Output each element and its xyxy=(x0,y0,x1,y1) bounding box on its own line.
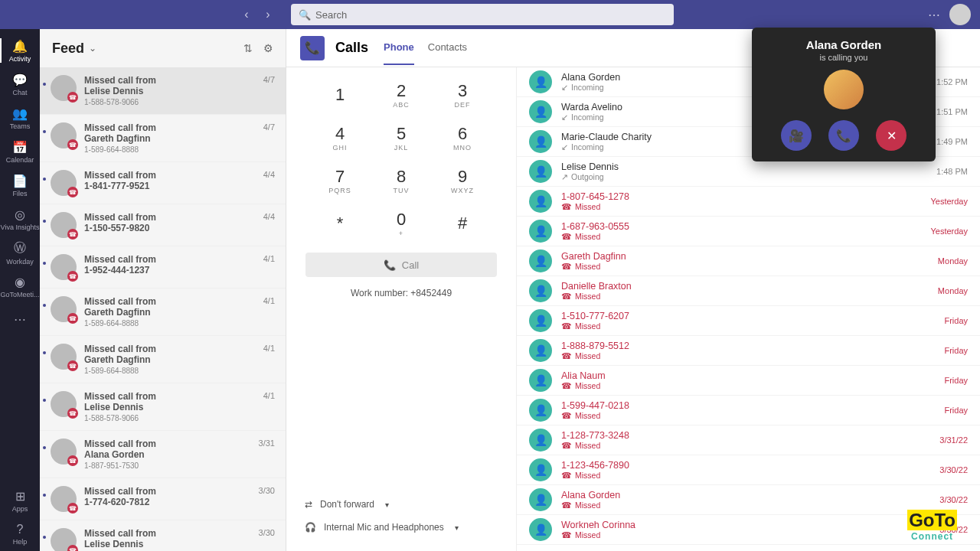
feed-sub: 1-589-664-8888 xyxy=(84,145,259,154)
call-time: Friday xyxy=(944,406,968,415)
call-status: ☎ Missed xyxy=(561,202,930,211)
dialpad-key-2[interactable]: 2ABC xyxy=(371,73,432,116)
feed-date: 4/4 xyxy=(263,212,275,238)
call-status: ☎ Missed xyxy=(561,232,930,241)
rail-activity[interactable]: 🔔Activity xyxy=(0,34,40,67)
accept-video-button[interactable]: 🎥 xyxy=(781,120,812,151)
call-direction-icon: ☎ xyxy=(561,411,572,420)
tab-contacts[interactable]: Contacts xyxy=(428,31,467,65)
history-item[interactable]: 👤 1-888-879-5512 ☎ Missed Friday xyxy=(517,336,980,366)
feed-avatar xyxy=(51,439,77,465)
rail-more[interactable]: ⋯ xyxy=(0,303,40,337)
dialpad-key-5[interactable]: 5JKL xyxy=(371,116,432,159)
nav-forward[interactable]: › xyxy=(260,7,276,22)
feed-sub: 1-588-578-9066 xyxy=(84,98,259,106)
device-setting[interactable]: 🎧 Internal Mic and Headphones ▾ xyxy=(305,516,498,539)
rail-viva[interactable]: ◎Viva Insights xyxy=(0,202,40,236)
rail-calendar[interactable]: 📅Calendar xyxy=(0,135,40,168)
feed-item[interactable]: Missed call from Lelise Dennis 1-588-578… xyxy=(40,520,286,551)
caller-name: Alana Gorden xyxy=(806,38,881,51)
contact-avatar: 👤 xyxy=(529,339,552,362)
goto-watermark: GoTo Connect xyxy=(907,510,957,542)
feed-avatar xyxy=(51,344,77,370)
rail-workday[interactable]: ⓌWorkday xyxy=(0,236,40,269)
chat-icon: 💬 xyxy=(12,73,28,87)
feed-item[interactable]: Missed call from Gareth Dagfinn 1-589-66… xyxy=(40,336,286,383)
user-avatar[interactable] xyxy=(949,4,971,25)
more-icon: ⋯ xyxy=(14,312,26,327)
feed-line2: Lelise Dennis xyxy=(84,402,259,412)
call-time: Friday xyxy=(944,346,968,355)
dialpad-key-1[interactable]: 1 xyxy=(309,73,371,116)
feed-item[interactable]: Missed call from Lelise Dennis 1-588-578… xyxy=(40,67,286,115)
history-item[interactable]: 👤 Danielle Braxton ☎ Missed Monday xyxy=(517,276,980,306)
unread-dot xyxy=(43,262,46,265)
nav-back[interactable]: ‹ xyxy=(239,7,254,22)
decline-button[interactable]: ✕ xyxy=(876,120,906,151)
feed-date: 3/30 xyxy=(259,528,275,551)
feed-line2: 1-841-777-9521 xyxy=(84,181,259,191)
feed-item[interactable]: Missed call from Gareth Dagfinn 1-589-66… xyxy=(40,289,286,336)
tab-phone[interactable]: Phone xyxy=(384,31,414,65)
feed-date: 4/7 xyxy=(263,75,275,106)
contact-avatar: 👤 xyxy=(529,488,552,511)
feed-panel: Feed ⌄ ⇅ ⚙ Missed call from Lelise Denni… xyxy=(40,29,286,551)
rail-apps[interactable]: ⊞Apps xyxy=(0,484,40,517)
call-direction-icon: ☎ xyxy=(561,441,572,450)
dialpad-key-#[interactable]: # xyxy=(432,202,493,245)
call-direction-icon: ↙ xyxy=(561,112,568,122)
call-button[interactable]: 📞 Call xyxy=(305,253,497,277)
call-time: 3/30/22 xyxy=(939,495,968,504)
filter-icon[interactable]: ⇅ xyxy=(243,42,253,54)
dialpad-key-9[interactable]: 9WXYZ xyxy=(432,159,493,202)
contact-name: Danielle Braxton xyxy=(561,281,938,292)
chevron-down-icon[interactable]: ⌄ xyxy=(89,43,96,54)
history-item[interactable]: 👤 1-128-773-3248 ☎ Missed 3/31/22 xyxy=(517,425,980,455)
dialpad-key-0[interactable]: 0+ xyxy=(371,202,432,245)
rail-help[interactable]: ?Help xyxy=(0,517,40,551)
history-item[interactable]: 👤 1-599-447-0218 ☎ Missed Friday xyxy=(517,396,980,425)
dialpad-key-*[interactable]: * xyxy=(309,202,371,245)
history-item[interactable]: 👤 Alia Naum ☎ Missed Friday xyxy=(517,366,980,396)
workday-icon: Ⓦ xyxy=(14,240,26,256)
contact-avatar: 👤 xyxy=(529,399,552,422)
feed-item[interactable]: Missed call from 1-774-620-7812 3/30 xyxy=(40,478,286,520)
feed-item[interactable]: Missed call from 1-841-777-9521 4/4 xyxy=(40,162,286,204)
history-item[interactable]: 👤 Gareth Dagfinn ☎ Missed Monday xyxy=(517,246,980,276)
forward-setting[interactable]: ⇄ Don't forward ▾ xyxy=(305,493,498,516)
app-rail: 🔔Activity 💬Chat 👥Teams 📅Calendar 📄Files … xyxy=(0,29,40,551)
contact-avatar: 👤 xyxy=(529,458,552,481)
settings-icon[interactable]: ⚙ xyxy=(263,42,273,54)
dialpad-key-4[interactable]: 4GHI xyxy=(309,116,371,159)
history-item[interactable]: 👤 1-123-456-7890 ☎ Missed 3/30/22 xyxy=(517,455,980,485)
unread-dot xyxy=(43,351,46,354)
feed-item[interactable]: Missed call from 1-150-557-9820 4/4 xyxy=(40,204,286,246)
dialpad-key-3[interactable]: 3DEF xyxy=(432,73,493,116)
dialpad-key-6[interactable]: 6MNO xyxy=(432,116,493,159)
feed-item[interactable]: Missed call from Alana Gorden 1-887-951-… xyxy=(40,431,286,478)
call-time: Yesterday xyxy=(930,197,968,206)
rail-teams[interactable]: 👥Teams xyxy=(0,101,40,135)
feed-item[interactable]: Missed call from 1-952-444-1237 4/1 xyxy=(40,246,286,289)
contact-name: Lelise Dennis xyxy=(561,161,936,172)
feed-line2: Lelise Dennis xyxy=(84,539,254,549)
rail-gotomeet[interactable]: ◉GoToMeeti... xyxy=(0,269,40,303)
dialpad-key-8[interactable]: 8TUV xyxy=(371,159,432,202)
contact-avatar: 👤 xyxy=(529,160,552,183)
rail-files[interactable]: 📄Files xyxy=(0,168,40,202)
history-item[interactable]: 👤 1-510-777-6207 ☎ Missed Friday xyxy=(517,306,980,336)
feed-avatar xyxy=(51,122,77,148)
contact-avatar: 👤 xyxy=(529,190,552,213)
feed-item[interactable]: Missed call from Lelise Dennis 1-588-578… xyxy=(40,383,286,431)
headphones-icon: 🎧 xyxy=(305,522,316,533)
caller-subtext: is calling you xyxy=(820,53,868,62)
search-input[interactable]: 🔍 Search xyxy=(291,4,674,25)
rail-chat[interactable]: 💬Chat xyxy=(0,67,40,101)
feed-item[interactable]: Missed call from Gareth Dagfinn 1-589-66… xyxy=(40,115,286,162)
history-item[interactable]: 👤 1-807-645-1278 ☎ Missed Yesterday xyxy=(517,187,980,217)
dialpad-key-7[interactable]: 7PQRS xyxy=(309,159,371,202)
accept-audio-button[interactable]: 📞 xyxy=(828,120,859,151)
history-item[interactable]: 👤 1-687-963-0555 ☎ Missed Yesterday xyxy=(517,217,980,246)
more-icon[interactable]: ⋯ xyxy=(928,8,940,22)
unread-dot xyxy=(43,130,46,133)
